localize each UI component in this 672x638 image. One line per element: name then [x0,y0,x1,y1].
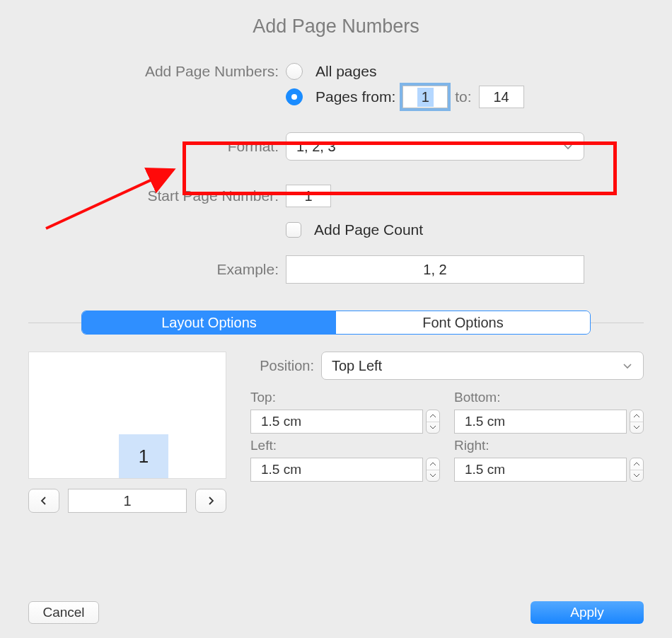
margin-left-stepper[interactable] [426,458,440,482]
preview-page-input[interactable]: 1 [68,489,187,513]
pages-from-label: Pages from: [315,88,395,105]
preview-next-button[interactable] [195,489,226,513]
divider [591,323,644,323]
page-preview: 1 [28,352,226,479]
margin-bottom-input[interactable]: 1.5 cm [454,410,627,434]
margin-top-stepper[interactable] [426,410,440,434]
position-label: Position: [250,358,314,374]
margin-left-input[interactable]: 1.5 cm [250,458,423,482]
example-value: 1, 2 [286,255,584,284]
chevron-down-icon [562,141,574,152]
radio-all-pages[interactable] [286,63,303,80]
margin-bottom-stepper[interactable] [630,410,644,434]
margin-right-label: Right: [454,438,644,453]
radio-pages-from[interactable] [286,88,303,105]
add-page-count-label: Add Page Count [314,221,423,238]
preview-prev-button[interactable] [28,489,59,513]
add-page-numbers-label: Add Page Numbers: [28,63,286,80]
margin-right-stepper[interactable] [630,458,644,482]
pages-to-label: to: [455,88,471,105]
pages-from-input[interactable]: 1 [402,86,448,108]
chevron-left-icon [40,495,48,506]
margin-top-input[interactable]: 1.5 cm [250,410,423,434]
margin-right-input[interactable]: 1.5 cm [454,458,627,482]
position-select[interactable]: Top Left [321,352,644,380]
pages-to-input[interactable]: 14 [479,86,524,108]
format-label: Format: [28,138,286,155]
tab-font-options[interactable]: Font Options [336,311,590,334]
preview-page-number: 1 [119,434,168,478]
cancel-button[interactable]: Cancel [28,601,99,624]
all-pages-label: All pages [315,63,376,80]
dialog-title: Add Page Numbers [0,0,672,37]
tab-layout-options[interactable]: Layout Options [82,311,336,334]
start-page-label: Start Page Number: [28,187,286,204]
start-page-input[interactable]: 1 [286,185,331,207]
example-label: Example: [28,261,286,278]
format-select[interactable]: 1, 2, 3 [286,132,584,161]
apply-button[interactable]: Apply [531,601,644,624]
margin-left-label: Left: [250,438,440,453]
chevron-down-icon [622,360,633,371]
chevron-right-icon [207,495,215,506]
margin-top-label: Top: [250,390,440,405]
divider [28,323,81,323]
add-page-count-checkbox[interactable] [286,222,301,238]
options-tabs: Layout Options Font Options [81,311,591,335]
margin-bottom-label: Bottom: [454,390,644,405]
